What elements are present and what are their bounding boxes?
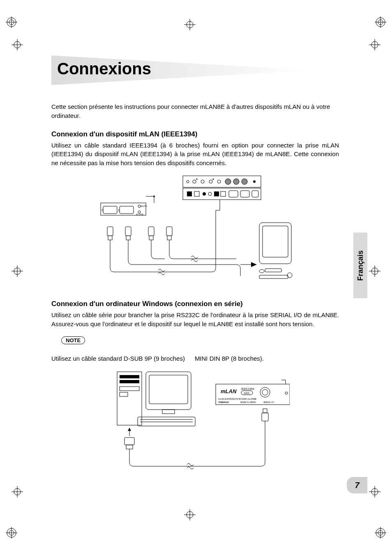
svg-point-49	[233, 179, 239, 184]
serial-label: SERIAL I/O	[263, 401, 274, 403]
svg-rect-71	[107, 227, 113, 236]
section2-body: Utilisez un câble série pour brancher la…	[51, 311, 339, 329]
cable-line: Utilisez un câble standard D-SUB 9P (9 b…	[51, 355, 339, 362]
svg-marker-101	[128, 428, 131, 431]
rxtx-label: RX/TX	[141, 205, 147, 207]
svg-rect-65	[120, 206, 134, 214]
svg-marker-80	[251, 262, 257, 267]
mlan-brand: mLAN	[221, 388, 237, 394]
svg-point-42	[193, 180, 196, 183]
section1-body: Utilisez un câble standard IEEE1394 (à 6…	[51, 141, 339, 168]
language-tab: Français	[353, 233, 367, 298]
section2-heading: Connexion d'un ordinateur Windows (conne…	[51, 300, 339, 308]
svg-rect-82	[263, 226, 288, 257]
svg-rect-53	[187, 191, 192, 196]
svg-rect-54	[194, 191, 199, 196]
svg-point-44	[201, 180, 204, 183]
svg-rect-76	[149, 236, 153, 240]
svg-rect-58	[221, 191, 226, 196]
page-number: 7	[347, 477, 367, 493]
model-label: S200	[244, 392, 250, 394]
svg-point-48	[225, 179, 231, 184]
svg-point-50	[242, 179, 247, 184]
diagram-serial: mLAN IEEE1394 S200 mLAN EXPANSION BOARD …	[51, 368, 339, 470]
language-label: Français	[356, 250, 365, 281]
svg-rect-61	[252, 191, 258, 197]
svg-point-51	[253, 180, 256, 183]
page-title: Connexions	[51, 55, 339, 78]
svg-point-47	[217, 180, 221, 183]
svg-rect-73	[125, 227, 131, 236]
port2-label: 2	[101, 209, 103, 212]
svg-point-56	[208, 192, 212, 196]
svg-rect-78	[167, 236, 171, 240]
svg-point-105	[262, 389, 268, 395]
board-label: mLAN EXPANSION BOARD mLAN8E	[218, 398, 256, 400]
ieee-label: IEEE1394	[241, 387, 254, 390]
intro-text: Cette section présente les instructions …	[51, 102, 339, 120]
svg-rect-60	[240, 191, 249, 197]
svg-rect-77	[166, 227, 172, 236]
cable-right: MINI DIN 8P (8 broches).	[195, 355, 264, 362]
made-label: MADE IN JAPAN	[240, 401, 256, 403]
svg-point-83	[259, 269, 264, 273]
section1-heading: Connexion d'un dispositif mLAN (IEEE1394…	[51, 130, 339, 138]
maker-label: YAMAHA	[218, 401, 229, 403]
svg-rect-59	[229, 191, 238, 197]
svg-rect-40	[183, 176, 261, 187]
svg-point-70	[153, 196, 155, 197]
svg-point-43	[196, 178, 198, 180]
svg-rect-86	[259, 275, 288, 279]
svg-rect-109	[262, 413, 268, 421]
svg-rect-90	[120, 387, 139, 391]
svg-point-41	[187, 180, 189, 183]
svg-point-106	[285, 392, 288, 394]
svg-rect-89	[120, 380, 139, 383]
diagram-ieee1394: 2 1 RX/TX ACTIVE	[51, 173, 339, 288]
svg-rect-81	[259, 223, 291, 264]
svg-rect-64	[103, 206, 117, 214]
svg-rect-93	[149, 375, 188, 404]
cable-left: Utilisez un câble standard D-SUB 9P (9 b…	[51, 355, 185, 362]
svg-rect-91	[120, 392, 128, 396]
active-label: ACTIVE	[136, 213, 144, 216]
svg-rect-95	[138, 417, 195, 426]
svg-rect-94	[162, 410, 175, 414]
svg-point-55	[203, 192, 206, 196]
svg-rect-57	[214, 191, 219, 196]
svg-rect-74	[126, 236, 130, 240]
port1-label: 1	[118, 209, 120, 212]
svg-rect-98	[125, 438, 134, 445]
svg-rect-75	[148, 227, 154, 236]
svg-point-104	[260, 387, 270, 397]
svg-rect-88	[120, 375, 139, 378]
svg-point-45	[209, 180, 212, 183]
svg-rect-110	[263, 409, 267, 413]
svg-rect-84	[265, 269, 281, 272]
svg-point-66	[138, 205, 141, 207]
note-badge: NOTE	[61, 336, 85, 344]
svg-point-46	[213, 178, 214, 180]
svg-rect-99	[126, 445, 133, 449]
svg-rect-72	[108, 236, 112, 240]
